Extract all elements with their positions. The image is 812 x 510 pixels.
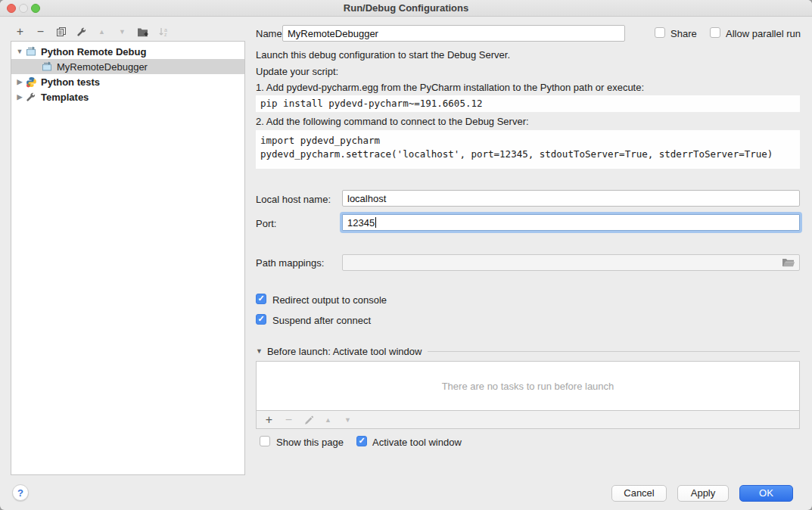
titlebar: Run/Debug Configurations (0, 0, 812, 17)
redirect-output-checkbox[interactable] (256, 294, 266, 304)
run-debug-configurations-dialog: Run/Debug Configurations az Python Remot… (0, 0, 812, 510)
share-checkbox[interactable] (655, 27, 665, 38)
tree-item-label: MyRemoteDebugger (57, 61, 148, 73)
local-host-name-input[interactable] (342, 190, 800, 207)
code-line-2: pydevd_pycharm.settrace('localhost', por… (260, 148, 795, 161)
update-script-text: Update your script: (256, 66, 338, 77)
tree-item-myremotedebugger[interactable]: MyRemoteDebugger (11, 59, 244, 74)
before-launch-task-list[interactable]: There are no tasks to run before launch (256, 361, 800, 411)
allow-parallel-run-label: Allow parallel run (726, 28, 801, 39)
expander-right-icon[interactable] (16, 78, 23, 86)
before-launch-title: Before launch: Activate tool window (267, 346, 422, 357)
collapse-triangle-icon[interactable] (256, 347, 263, 355)
apply-button[interactable]: Apply (677, 485, 729, 502)
browse-folder-icon[interactable] (782, 257, 795, 268)
code-line-1: import pydevd_pycharm (260, 134, 795, 148)
run-config-icon (26, 46, 37, 58)
add-icon[interactable] (14, 26, 26, 38)
before-launch-header[interactable]: Before launch: Activate tool window (256, 345, 800, 357)
tree-toolbar: az (14, 24, 169, 39)
move-down-icon[interactable] (117, 26, 128, 38)
step2-text: 2. Add the following command to connect … (256, 116, 529, 127)
new-folder-icon[interactable] (137, 26, 148, 38)
tree-item-templates[interactable]: Templates (11, 89, 244, 104)
tree-item-label: Templates (41, 92, 89, 103)
activate-tool-window-label: Activate tool window (372, 437, 462, 448)
remove-icon[interactable] (35, 26, 46, 38)
port-input[interactable]: 12345 (342, 214, 800, 231)
redirect-output-label: Redirect output to console (272, 294, 387, 306)
expander-right-icon[interactable] (16, 93, 23, 101)
settrace-code-block: import pydevd_pycharm pydevd_pycharm.set… (256, 130, 800, 169)
tree-item-python-tests[interactable]: Python tests (11, 74, 244, 89)
move-up-icon[interactable] (96, 26, 107, 38)
port-label: Port: (256, 218, 276, 229)
move-task-up-icon[interactable] (322, 414, 334, 426)
run-config-icon (42, 61, 53, 73)
path-mappings-label: Path mappings: (256, 257, 324, 269)
port-input-focus-ring: 12345 (340, 212, 802, 233)
text-caret (375, 217, 376, 228)
local-host-name-label: Local host name: (256, 194, 331, 205)
svg-text:z: z (164, 32, 167, 37)
remove-task-icon[interactable] (283, 414, 294, 426)
show-this-page-label: Show this page (276, 437, 344, 448)
tree-item-python-remote-debug[interactable]: Python Remote Debug (11, 44, 244, 59)
tree-item-label: Python Remote Debug (41, 46, 146, 58)
header-divider (428, 351, 800, 352)
activate-tool-window-checkbox[interactable] (356, 436, 367, 446)
help-button[interactable]: ? (12, 484, 29, 501)
cancel-button[interactable]: Cancel (611, 485, 667, 502)
suspend-after-connect-checkbox[interactable] (256, 314, 266, 325)
intro-text: Launch this debug configuration to start… (256, 49, 510, 61)
edit-defaults-icon[interactable] (76, 26, 87, 38)
allow-parallel-run-checkbox[interactable] (710, 27, 720, 38)
show-this-page-checkbox[interactable] (260, 436, 270, 446)
config-tree: Python Remote Debug MyRemoteDebugger Pyt… (11, 41, 245, 475)
add-task-icon[interactable] (263, 414, 275, 426)
wrench-icon (26, 92, 37, 103)
ok-button[interactable]: OK (739, 485, 793, 502)
empty-task-message: There are no tasks to run before launch (442, 381, 614, 392)
name-input[interactable] (282, 25, 625, 42)
before-launch-toolbar (256, 411, 800, 429)
sort-alphabetically-icon[interactable]: az (157, 26, 169, 38)
pip-command-code: pip install pydevd-pycharm~=191.6605.12 (256, 95, 800, 112)
path-mappings-input[interactable] (342, 254, 800, 271)
move-task-down-icon[interactable] (342, 414, 353, 426)
edit-task-icon[interactable] (303, 414, 314, 426)
step1-text: 1. Add pydevd-pycharm.egg from the PyCha… (256, 82, 644, 93)
port-value: 12345 (347, 217, 375, 229)
suspend-after-connect-label: Suspend after connect (272, 315, 371, 326)
python-tests-icon (26, 76, 37, 88)
name-label: Name: (256, 28, 285, 39)
share-label: Share (670, 28, 697, 39)
tree-item-label: Python tests (41, 76, 100, 88)
copy-icon[interactable] (55, 26, 67, 38)
expander-down-icon[interactable] (16, 48, 23, 55)
window-title: Run/Debug Configurations (0, 2, 812, 14)
